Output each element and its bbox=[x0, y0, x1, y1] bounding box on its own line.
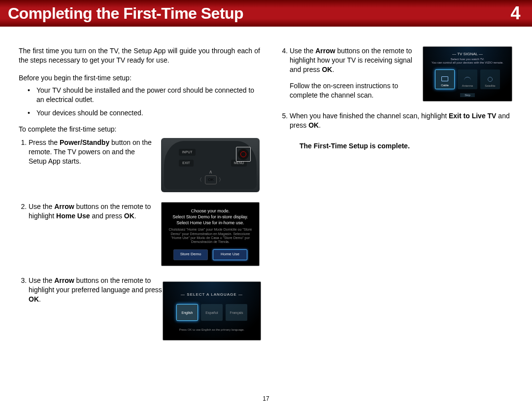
signal-header: — TV SIGNAL — bbox=[452, 52, 483, 57]
step-3-text: Use the Arrow buttons on the remote to h… bbox=[29, 276, 174, 304]
arrow-left-icon: 〈 bbox=[197, 176, 202, 183]
page-number: 17 bbox=[263, 395, 269, 402]
right-column: Use the Arrow buttons on the remote to h… bbox=[280, 46, 514, 350]
arrow-right-icon: 〉 bbox=[219, 176, 224, 183]
arrow-up-icon: ∧ bbox=[209, 169, 212, 175]
home-use-button: Home Use bbox=[213, 249, 247, 260]
language-header: — SELECT A LANGUAGE — bbox=[181, 292, 243, 298]
step-1: Press the Power/Standby button on the re… bbox=[29, 138, 260, 192]
remote-exit-button: EXIT bbox=[179, 160, 194, 166]
before-bullets: Your TV should be installed and the powe… bbox=[19, 86, 260, 118]
cable-button: Cable bbox=[435, 69, 455, 89]
remote-figure: INPUT EXIT MENU ∧ 〈 OK 〉 bbox=[161, 138, 260, 192]
left-column: The first time you turn on the TV, the S… bbox=[19, 46, 260, 350]
remote-ok-button: OK bbox=[205, 175, 217, 184]
spanish-button: Español bbox=[201, 304, 223, 321]
satellite-icon bbox=[488, 77, 493, 82]
cable-icon bbox=[441, 76, 448, 81]
chapter-title: Completing the First-Time Setup bbox=[8, 4, 243, 23]
antenna-button: Antenna bbox=[458, 69, 477, 89]
step-3: Use the Arrow buttons on the remote to h… bbox=[29, 276, 260, 341]
chapter-number: 4 bbox=[510, 3, 520, 24]
french-button: Français bbox=[226, 304, 247, 321]
before-label: Before you begin the first-time setup: bbox=[19, 74, 260, 82]
setup-complete-text: The First-Time Setup is complete. bbox=[299, 142, 514, 150]
intro-paragraph: The first time you turn on the TV, the S… bbox=[19, 46, 260, 65]
step-2: Use the Arrow buttons on the remote to h… bbox=[29, 202, 260, 266]
satellite-button: Satellite bbox=[480, 69, 500, 89]
bullet-item: Your devices should be connected. bbox=[36, 108, 260, 118]
step-4-text: Use the Arrow buttons on the remote to h… bbox=[290, 46, 416, 100]
skip-button: Skip bbox=[460, 93, 475, 97]
power-highlight-box bbox=[236, 147, 251, 162]
bullet-item: Your TV should be installed and the powe… bbox=[36, 86, 260, 104]
to-complete-label: To complete the first-time setup: bbox=[19, 125, 260, 133]
tv-signal-figure: — TV SIGNAL — Select how you watch TV. Y… bbox=[423, 46, 512, 102]
mode-select-figure: Choose your mode. Select Store Demo for … bbox=[161, 202, 260, 266]
remote-input-button: INPUT bbox=[179, 149, 196, 155]
antenna-icon bbox=[464, 77, 471, 82]
chapter-header: Completing the First-Time Setup 4 bbox=[0, 0, 532, 27]
english-button: English bbox=[176, 304, 198, 321]
step-4: Use the Arrow buttons on the remote to h… bbox=[290, 46, 514, 102]
store-demo-button: Store Demo bbox=[173, 249, 208, 260]
language-select-figure: — SELECT A LANGUAGE — English Español Fr… bbox=[163, 281, 261, 341]
remote-dpad: ∧ 〈 OK 〉 bbox=[188, 169, 233, 190]
step-5: When you have finished the channel scan,… bbox=[290, 111, 514, 130]
step-1-text: Press the Power/Standby button on the re… bbox=[29, 138, 154, 166]
step-2-text: Use the Arrow buttons on the remote to h… bbox=[29, 202, 154, 221]
